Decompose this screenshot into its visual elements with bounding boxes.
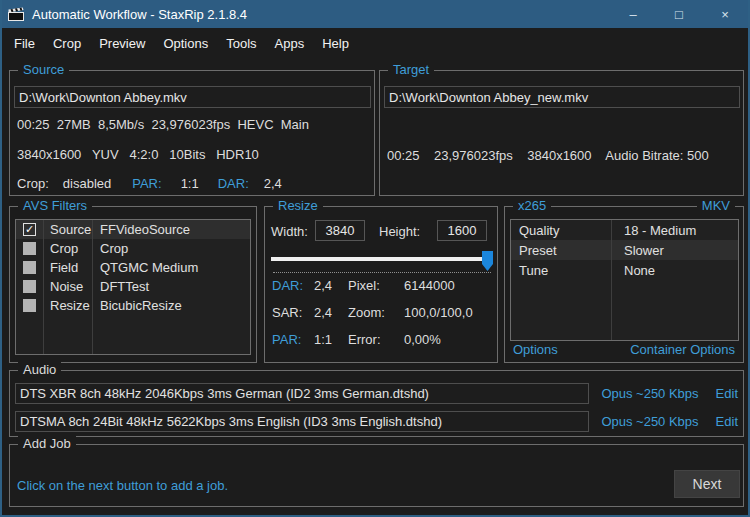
width-input[interactable] xyxy=(315,220,365,241)
filters-column-divider xyxy=(43,220,44,354)
error-value: 0,00% xyxy=(404,332,441,347)
audio-group: Audio DTS XBR 8ch 48kHz 2046Kbps 3ms Ger… xyxy=(9,370,744,437)
filter-row-field[interactable]: Field QTGMC Medium xyxy=(16,258,250,277)
filter-row-resize[interactable]: Resize BicubicResize xyxy=(16,296,250,315)
height-input[interactable] xyxy=(437,220,487,241)
container-options-link[interactable]: Container Options xyxy=(630,342,735,357)
resize-par-row: PAR: 1:1 Error: 0,00% xyxy=(272,332,441,347)
source-group: Source 00:25 27MB 8,5Mb/s 23,976023fps H… xyxy=(9,70,375,196)
filters-group: AVS Filters ✓ Source FFVideoSource Crop … xyxy=(9,206,257,363)
source-info-line1: 00:25 27MB 8,5Mb/s 23,976023fps HEVC Mai… xyxy=(17,117,309,132)
filter-checkbox-noise[interactable] xyxy=(23,280,36,293)
encoder-setting-name: Quality xyxy=(511,223,611,238)
source-crop-label: Crop: xyxy=(17,176,49,191)
resize-sar-row: SAR: 2,4 Zoom: 100,0/100,0 xyxy=(272,305,473,320)
clapperboard-icon xyxy=(8,7,25,22)
audio-track-1-text[interactable]: DTS XBR 8ch 48kHz 2046Kbps 3ms German (I… xyxy=(15,383,589,404)
source-par-label: PAR: xyxy=(132,176,161,191)
encoder-setting-name: Preset xyxy=(511,243,611,258)
dar-label: DAR: xyxy=(272,278,314,293)
source-par-value: 1:1 xyxy=(181,176,199,191)
slider-ticks xyxy=(273,272,491,273)
menu-crop[interactable]: Crop xyxy=(44,36,90,51)
filter-value: BicubicResize xyxy=(91,298,250,313)
menu-help[interactable]: Help xyxy=(313,36,358,51)
audio-track-1-edit-link[interactable]: Edit xyxy=(716,386,738,401)
target-group-label: Target xyxy=(388,62,434,78)
encoder-row-quality[interactable]: Quality 18 - Medium xyxy=(511,220,738,240)
audio-track-row: DTSMA 8ch 24Bit 48kHz 5622Kbps 3ms Engli… xyxy=(15,411,738,432)
resize-group-label: Resize xyxy=(273,198,323,214)
close-icon: × xyxy=(721,7,729,22)
filter-name: Source xyxy=(43,222,91,237)
minimize-button[interactable]: – xyxy=(610,0,656,28)
resize-slider[interactable] xyxy=(271,249,493,273)
filters-table: ✓ Source FFVideoSource Crop Crop Field Q… xyxy=(15,219,251,355)
slider-track[interactable] xyxy=(271,257,493,261)
target-group: Target 00:25 23,976023fps 3840x1600 Audi… xyxy=(379,70,744,196)
filters-column-divider xyxy=(92,220,93,354)
par-label: PAR: xyxy=(272,332,314,347)
app-window: Automatic Workflow - StaxRip 2.1.8.4 – □… xyxy=(0,0,750,517)
height-label: Height: xyxy=(379,224,420,239)
zoom-label: Zoom: xyxy=(348,305,404,320)
encoder-row-preset[interactable]: Preset Slower xyxy=(511,240,738,260)
audio-track-2-edit-link[interactable]: Edit xyxy=(716,414,738,429)
maximize-button[interactable]: □ xyxy=(656,0,702,28)
encoder-setting-value: 18 - Medium xyxy=(611,223,738,238)
error-label: Error: xyxy=(348,332,404,347)
sar-value: 2,4 xyxy=(314,305,348,320)
zoom-value: 100,0/100,0 xyxy=(404,305,473,320)
filters-group-label: AVS Filters xyxy=(18,198,92,214)
encoder-setting-value: Slower xyxy=(611,243,738,258)
encoder-group-label: x265 xyxy=(513,198,551,214)
source-info-line3: Crop: disabled PAR: 1:1 DAR: 2,4 xyxy=(17,176,282,191)
audio-track-row: DTS XBR 8ch 48kHz 2046Kbps 3ms German (I… xyxy=(15,383,738,404)
encoder-row-tune[interactable]: Tune None xyxy=(511,260,738,280)
filter-name: Field xyxy=(43,260,91,275)
add-job-hint: Click on the next button to add a job. xyxy=(17,478,228,493)
filter-value: QTGMC Medium xyxy=(91,260,250,275)
menu-file[interactable]: File xyxy=(5,36,44,51)
close-button[interactable]: × xyxy=(702,0,748,28)
audio-track-2-codec-link[interactable]: Opus ~250 Kbps xyxy=(601,414,698,429)
par-value: 1:1 xyxy=(314,332,348,347)
target-path-input[interactable] xyxy=(384,86,740,108)
filter-checkbox-field[interactable] xyxy=(23,261,36,274)
menu-preview[interactable]: Preview xyxy=(90,36,154,51)
audio-track-1-codec-link[interactable]: Opus ~250 Kbps xyxy=(601,386,698,401)
filter-row-crop[interactable]: Crop Crop xyxy=(16,239,250,258)
filter-checkbox-crop[interactable] xyxy=(23,242,36,255)
encoder-options-link[interactable]: Options xyxy=(513,342,558,357)
window-title: Automatic Workflow - StaxRip 2.1.8.4 xyxy=(32,7,610,22)
filter-name: Noise xyxy=(43,279,91,294)
menu-options[interactable]: Options xyxy=(154,36,217,51)
resize-group: Resize Width: Height: DAR: 2,4 Pixel: 61… xyxy=(264,206,498,363)
audio-track-2-text[interactable]: DTSMA 8ch 24Bit 48kHz 5622Kbps 3ms Engli… xyxy=(15,411,589,432)
sar-label: SAR: xyxy=(272,305,314,320)
filter-row-noise[interactable]: Noise DFTTest xyxy=(16,277,250,296)
source-crop-value: disabled xyxy=(63,176,111,191)
filter-checkbox-resize[interactable] xyxy=(23,299,36,312)
next-button[interactable]: Next xyxy=(674,470,740,498)
filter-checkbox-source[interactable]: ✓ xyxy=(23,223,36,236)
source-dar-label: DAR: xyxy=(218,176,249,191)
menu-tools[interactable]: Tools xyxy=(217,36,265,51)
encoder-column-divider xyxy=(611,220,612,340)
encoder-setting-name: Tune xyxy=(511,263,611,278)
encoder-setting-value: None xyxy=(611,263,738,278)
filter-row-source[interactable]: ✓ Source FFVideoSource xyxy=(16,220,250,239)
add-job-group-label: Add Job xyxy=(18,436,76,452)
check-icon: ✓ xyxy=(25,223,34,235)
filter-value: Crop xyxy=(91,241,250,256)
slider-thumb[interactable] xyxy=(482,251,493,271)
filter-name: Crop xyxy=(43,241,91,256)
maximize-icon: □ xyxy=(675,7,683,22)
source-path-input[interactable] xyxy=(14,86,371,108)
add-job-group: Add Job Click on the next button to add … xyxy=(9,444,744,507)
source-dar-value: 2,4 xyxy=(264,176,282,191)
container-group-label: MKV xyxy=(697,198,735,214)
menubar: File Crop Preview Options Tools Apps Hel… xyxy=(2,28,748,58)
menu-apps[interactable]: Apps xyxy=(266,36,314,51)
filter-value: FFVideoSource xyxy=(91,222,250,237)
